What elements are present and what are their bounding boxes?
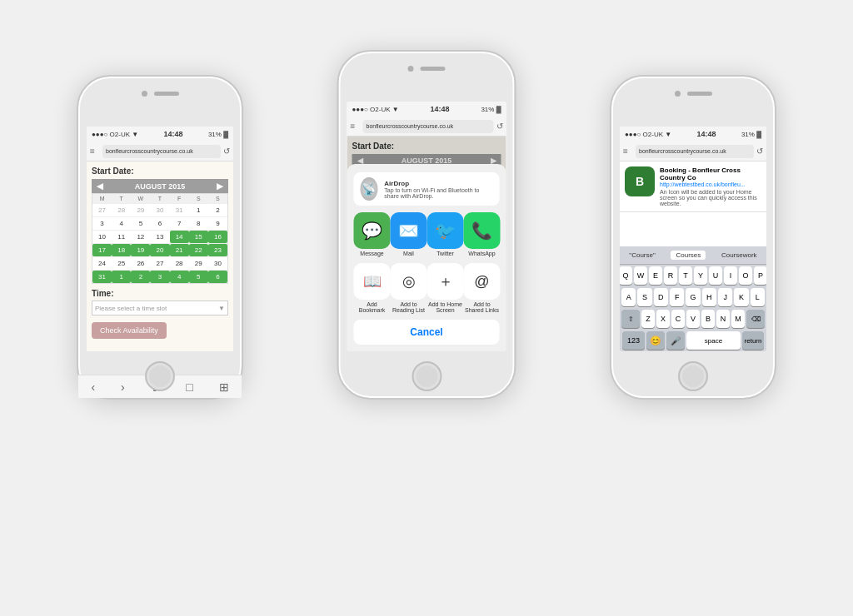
cal-cell[interactable]: 27 xyxy=(92,204,112,216)
cal-cell[interactable]: 26 xyxy=(131,257,150,270)
key-m[interactable]: M xyxy=(731,310,745,328)
key-space[interactable]: space xyxy=(686,331,741,350)
cal-cell[interactable]: 29 xyxy=(189,257,208,270)
center-menu-icon[interactable]: ≡ xyxy=(351,122,361,131)
cal-cell-green[interactable]: 18 xyxy=(112,244,131,256)
share-app-twitter[interactable]: 🐦 Twitter xyxy=(427,212,464,256)
cal-cell[interactable]: 7 xyxy=(170,217,189,230)
left-prev-month[interactable]: ◀ xyxy=(97,181,103,191)
cal-cell[interactable]: 27 xyxy=(150,257,169,270)
right-refresh-icon[interactable]: ↺ xyxy=(756,147,763,156)
cal-cell[interactable]: 29 xyxy=(131,204,150,216)
cal-cell[interactable]: 9 xyxy=(208,217,227,230)
share-app-mail[interactable]: ✉️ Mail xyxy=(391,212,427,256)
key-o[interactable]: O xyxy=(739,266,752,285)
key-y[interactable]: Y xyxy=(694,266,707,285)
cal-cell[interactable]: 4 xyxy=(112,217,131,230)
cal-cell-green[interactable]: 20 xyxy=(150,244,169,256)
cal-cell[interactable]: 25 xyxy=(112,257,131,270)
cal-cell[interactable]: 28 xyxy=(170,257,189,270)
left-nav-back[interactable]: ‹ xyxy=(91,380,95,394)
right-menu-icon[interactable]: ≡ xyxy=(623,147,633,156)
key-h[interactable]: H xyxy=(702,288,716,306)
key-emoji[interactable]: 😊 xyxy=(646,331,665,350)
suggestion-2[interactable]: Courses xyxy=(671,251,706,260)
key-l[interactable]: L xyxy=(751,288,765,306)
key-j[interactable]: J xyxy=(718,288,732,306)
cal-cell-green[interactable]: 15 xyxy=(189,231,208,243)
key-b[interactable]: B xyxy=(701,310,715,328)
cal-cell[interactable]: 2 xyxy=(208,204,227,216)
key-p[interactable]: P xyxy=(754,266,766,285)
key-s[interactable]: S xyxy=(637,288,651,306)
left-home-button[interactable] xyxy=(145,361,175,391)
cal-cell-green[interactable]: 4 xyxy=(170,271,189,283)
cal-cell[interactable]: 6 xyxy=(150,217,169,230)
right-home-button[interactable] xyxy=(678,361,708,391)
key-shift[interactable]: ⇧ xyxy=(621,310,640,328)
key-i[interactable]: I xyxy=(724,266,737,285)
key-u[interactable]: U xyxy=(709,266,722,285)
left-next-month[interactable]: ▶ xyxy=(217,181,223,191)
key-k[interactable]: K xyxy=(734,288,748,306)
key-q[interactable]: Q xyxy=(620,266,632,285)
cal-cell[interactable]: 12 xyxy=(131,231,150,243)
left-nav-bookmark[interactable]: □ xyxy=(186,380,192,394)
key-v[interactable]: V xyxy=(686,310,700,328)
key-n[interactable]: N xyxy=(716,310,730,328)
right-url-bar[interactable]: bonfleurcrosscountrycourse.co.uk xyxy=(636,145,754,158)
key-d[interactable]: D xyxy=(654,288,668,306)
key-t[interactable]: T xyxy=(679,266,692,285)
cal-cell[interactable]: 30 xyxy=(150,204,169,216)
cal-cell-green[interactable]: 6 xyxy=(208,271,227,283)
key-z[interactable]: Z xyxy=(641,310,655,328)
key-mic[interactable]: 🎤 xyxy=(666,331,685,350)
key-r[interactable]: R xyxy=(664,266,677,285)
action-bookmark[interactable]: 📖 Add Bookmark xyxy=(354,263,391,313)
share-app-message[interactable]: 💬 Message xyxy=(354,212,391,256)
cal-cell[interactable]: 11 xyxy=(112,231,131,243)
key-123[interactable]: 123 xyxy=(622,331,645,350)
cal-cell-green[interactable]: 14 xyxy=(170,231,189,243)
key-w[interactable]: W xyxy=(634,266,647,285)
key-a[interactable]: A xyxy=(621,288,636,306)
cal-cell[interactable]: 10 xyxy=(92,231,112,243)
cal-cell[interactable]: 13 xyxy=(150,231,169,243)
cal-cell[interactable]: 24 xyxy=(92,257,112,270)
cal-cell-green[interactable]: 2 xyxy=(131,271,150,283)
action-shared-links[interactable]: @ Add to Shared Links xyxy=(464,263,501,313)
center-refresh-icon[interactable]: ↺ xyxy=(496,122,503,131)
cal-cell-green[interactable]: 19 xyxy=(131,244,150,256)
action-reading-list[interactable]: ◎ Add to Reading List xyxy=(391,263,427,313)
suggestion-1[interactable]: "Course" xyxy=(626,251,658,259)
key-return[interactable]: return xyxy=(742,331,764,350)
left-check-button[interactable]: Check Availability xyxy=(92,322,167,339)
cal-cell[interactable]: 5 xyxy=(131,217,150,230)
cal-cell[interactable]: 28 xyxy=(112,204,131,216)
cal-cell-green[interactable]: 16 xyxy=(208,231,227,243)
left-nav-forward[interactable]: › xyxy=(121,380,125,394)
key-delete[interactable]: ⌫ xyxy=(746,310,765,328)
action-home-screen[interactable]: ＋ Add to Home Screen xyxy=(427,263,464,313)
left-menu-icon[interactable]: ≡ xyxy=(90,147,100,156)
center-home-button[interactable] xyxy=(412,361,441,391)
cal-cell-green[interactable]: 22 xyxy=(189,244,208,256)
cal-cell[interactable]: 1 xyxy=(189,204,208,216)
key-e[interactable]: E xyxy=(649,266,662,285)
cal-cell-green[interactable]: 3 xyxy=(150,271,169,283)
left-time-select[interactable]: Please select a time slot ▼ xyxy=(92,301,228,315)
cal-cell-green[interactable]: 31 xyxy=(92,271,112,283)
center-cancel-button[interactable]: Cancel xyxy=(354,320,500,345)
cal-cell-green[interactable]: 17 xyxy=(92,244,112,256)
cal-cell-green[interactable]: 1 xyxy=(112,271,131,283)
left-nav-tabs[interactable]: ⊞ xyxy=(219,380,229,394)
cal-cell[interactable]: 8 xyxy=(189,217,208,230)
center-url-bar[interactable]: bonfleurcrosscountrycourse.co.uk xyxy=(363,120,494,133)
cal-cell-green[interactable]: 5 xyxy=(189,271,208,283)
suggestion-3[interactable]: Coursework xyxy=(718,251,761,259)
key-f[interactable]: F xyxy=(670,288,684,306)
cal-cell-green[interactable]: 21 xyxy=(170,244,189,256)
cal-cell-green[interactable]: 23 xyxy=(208,244,227,256)
left-url-bar[interactable]: bonfleurcrosscountrycourse.co.uk xyxy=(102,145,221,158)
key-g[interactable]: G xyxy=(686,288,700,306)
